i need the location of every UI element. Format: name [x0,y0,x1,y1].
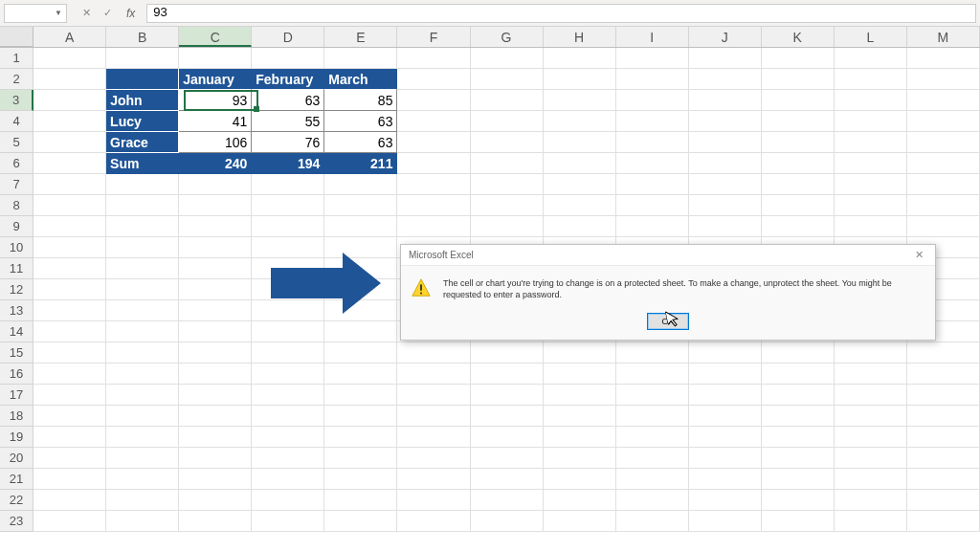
cell[interactable] [762,448,835,469]
col-header[interactable]: G [471,27,544,47]
table-cell[interactable]: 93 [179,90,252,111]
cell[interactable] [252,195,324,216]
cell[interactable] [106,406,179,427]
cell[interactable] [689,342,762,364]
cell[interactable] [616,195,689,216]
row-header[interactable]: 19 [0,427,33,448]
cell[interactable] [907,342,980,364]
row-header[interactable]: 21 [0,469,33,490]
cell[interactable] [689,90,762,111]
cell[interactable] [33,511,106,532]
cell[interactable] [324,511,397,532]
cell[interactable] [762,511,835,532]
col-header[interactable]: A [33,27,106,47]
cell[interactable] [835,132,907,153]
cell[interactable] [397,469,470,490]
cell[interactable] [179,490,252,511]
row-header[interactable]: 23 [0,511,33,532]
formula-input[interactable]: 93 [146,4,976,23]
cell[interactable] [907,490,980,511]
cell[interactable] [471,469,544,490]
cell[interactable] [33,448,106,469]
col-header[interactable]: M [907,27,980,47]
cell[interactable] [397,195,470,216]
cell[interactable] [106,300,179,321]
cell[interactable] [835,174,907,195]
cell[interactable] [471,511,544,532]
cell[interactable] [835,364,907,385]
name-box[interactable]: ▼ [4,4,67,23]
row-header[interactable]: 18 [0,406,33,427]
cell[interactable] [179,364,252,385]
cell[interactable] [471,448,544,469]
cell[interactable] [471,48,544,69]
cell[interactable] [907,48,980,69]
cell[interactable] [397,48,470,69]
cell[interactable] [762,427,835,448]
cell[interactable] [689,174,762,195]
cell[interactable] [252,342,324,364]
cell[interactable] [106,511,179,532]
cell[interactable] [616,406,689,427]
cell[interactable] [762,48,835,69]
cell[interactable] [324,406,397,427]
table-row-label[interactable]: John [106,90,179,111]
cell[interactable] [179,321,252,342]
row-header[interactable]: 11 [0,258,33,279]
cell[interactable] [179,469,252,490]
cell[interactable] [397,174,470,195]
row-header[interactable]: 9 [0,216,33,237]
cell[interactable] [689,195,762,216]
cell[interactable] [907,195,980,216]
col-header[interactable]: E [324,27,397,47]
cell[interactable] [471,195,544,216]
cell[interactable] [106,448,179,469]
table-header[interactable]: January [179,69,252,90]
cell[interactable] [544,406,616,427]
cell[interactable] [762,490,835,511]
row-header[interactable]: 1 [0,48,33,69]
cell[interactable] [835,511,907,532]
cell[interactable] [907,174,980,195]
cell[interactable] [544,216,616,237]
cell[interactable] [33,427,106,448]
cell[interactable] [252,448,324,469]
cell[interactable] [324,469,397,490]
cell[interactable] [252,427,324,448]
cell[interactable] [616,427,689,448]
cell[interactable] [471,216,544,237]
cell[interactable] [106,258,179,279]
cell[interactable] [397,153,470,174]
cell[interactable] [616,174,689,195]
cell[interactable] [33,174,106,195]
cell[interactable] [33,469,106,490]
cell[interactable] [762,69,835,90]
cell[interactable] [106,195,179,216]
cell[interactable] [907,385,980,406]
cell[interactable] [33,153,106,174]
cell[interactable] [689,153,762,174]
cell[interactable] [616,90,689,111]
row-header[interactable]: 12 [0,279,33,300]
cell[interactable] [33,132,106,153]
cell[interactable] [106,469,179,490]
cell[interactable] [544,90,616,111]
cell[interactable] [689,132,762,153]
cell[interactable] [762,195,835,216]
cell[interactable] [616,216,689,237]
cell[interactable] [835,90,907,111]
cell[interactable] [835,69,907,90]
cell[interactable] [179,279,252,300]
cell[interactable] [179,385,252,406]
row-header[interactable]: 7 [0,174,33,195]
cell[interactable] [689,216,762,237]
table-row-label[interactable]: Grace [106,132,179,153]
cell[interactable] [907,111,980,132]
cell[interactable] [544,448,616,469]
table-sum[interactable]: 240 [179,153,252,174]
row-header[interactable]: 4 [0,111,33,132]
cell[interactable] [544,385,616,406]
cell[interactable] [33,48,106,69]
cell[interactable] [252,469,324,490]
cell[interactable] [762,342,835,364]
